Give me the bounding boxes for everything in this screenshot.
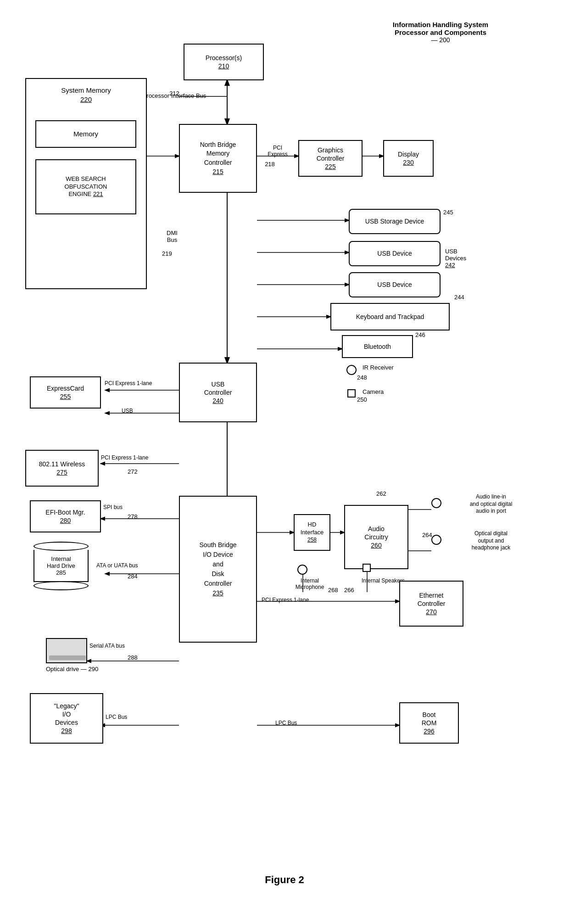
camera-ref: 250 bbox=[357, 396, 367, 403]
north-bridge-box: North Bridge Memory Controller 215 bbox=[179, 124, 257, 193]
usb-storage-device-box: USB Storage Device bbox=[349, 209, 441, 234]
serial-ata-label: Serial ATA bus bbox=[89, 643, 125, 649]
cylinder-top bbox=[33, 542, 89, 551]
hd-interface-box: HD Interface 258 bbox=[294, 514, 330, 551]
pci-1lane-wireless-label: PCI Express 1-lane bbox=[101, 454, 148, 461]
ref-284: 284 bbox=[128, 573, 138, 580]
optical-drive-shape bbox=[46, 638, 87, 663]
web-search-box: WEB SEARCH OBFUSCATION ENGINE 221 bbox=[35, 159, 136, 214]
usb-device1-box: USB Device bbox=[349, 241, 441, 266]
camera-icon bbox=[347, 389, 356, 398]
internal-hdd-cylinder: Internal Hard Drive 285 bbox=[33, 542, 89, 590]
processor-box: Processor(s) 210 bbox=[184, 44, 264, 80]
internal-mic-icon bbox=[297, 565, 307, 575]
ref-278: 278 bbox=[128, 513, 138, 520]
ir-receiver-label: IR Receiver bbox=[363, 364, 394, 371]
diagram-container: Information Handling System Processor an… bbox=[0, 0, 569, 900]
lpc-bus-right-label: LPC Bus bbox=[275, 720, 297, 726]
optical-digital-label: Optical digital output and headphone jac… bbox=[445, 530, 537, 552]
internal-mic-label: Internal Microphone bbox=[287, 577, 333, 590]
display-box: Display 230 bbox=[383, 140, 434, 177]
optical-digital-icon bbox=[431, 535, 441, 545]
boot-rom-box: Boot ROM 296 bbox=[399, 702, 459, 744]
bluetooth-ref: 246 bbox=[415, 331, 425, 338]
efi-boot-box: EFI-Boot Mgr. 280 bbox=[30, 500, 101, 532]
lpc-bus-left-label: LPC Bus bbox=[106, 714, 127, 720]
ref-212: 212 bbox=[167, 90, 181, 97]
ref-268: 268 bbox=[328, 587, 338, 594]
bluetooth-box: Bluetooth bbox=[342, 335, 413, 358]
keyboard-trackpad-box: Keyboard and Trackpad bbox=[330, 303, 450, 330]
internal-speakers-icon bbox=[363, 564, 371, 572]
ref-288: 288 bbox=[128, 654, 138, 661]
header-title: Information Handling System Processor an… bbox=[376, 21, 505, 44]
ref-266: 266 bbox=[344, 587, 354, 594]
usb-device2-box: USB Device bbox=[349, 272, 441, 297]
dmi-bus-label: DMIBus bbox=[156, 230, 188, 243]
wireless-box: 802.11 Wireless 275 bbox=[25, 450, 99, 487]
ir-receiver-icon bbox=[346, 365, 357, 375]
pci-express-label: PCIExpress bbox=[259, 145, 296, 157]
cylinder-bottom bbox=[33, 581, 89, 590]
south-bridge-box: South Bridge I/O Device and Disk Control… bbox=[179, 496, 257, 643]
audio-circuitry-box: Audio Circuitry 260 bbox=[344, 505, 408, 569]
camera-label: Camera bbox=[363, 388, 384, 395]
usb-controller-box: USB Controller 240 bbox=[179, 363, 257, 422]
audio-line-in-label: Audio line-in and optical digital audio … bbox=[445, 493, 537, 515]
audio-line-in-icon bbox=[431, 498, 441, 508]
ref-218: 218 bbox=[261, 161, 279, 168]
ref-264: 264 bbox=[422, 532, 432, 538]
system-memory-box: System Memory 220 Memory WEB SEARCH OBFU… bbox=[25, 78, 147, 289]
spi-bus-label: SPI bus bbox=[103, 504, 123, 510]
usb-express-label: USB bbox=[122, 408, 133, 414]
pci-1lane-express-label: PCI Express 1-lane bbox=[105, 380, 152, 386]
cylinder-body: Internal Hard Drive 285 bbox=[33, 550, 89, 582]
ata-uata-label: ATA or UATA bus bbox=[96, 562, 138, 569]
usb-storage-ref: 245 bbox=[443, 209, 453, 216]
keyboard-ref: 244 bbox=[454, 294, 464, 301]
ethernet-controller-box: Ethernet Controller 270 bbox=[399, 581, 463, 627]
graphics-controller-box: Graphics Controller 225 bbox=[298, 140, 363, 177]
legacy-io-box: "Legacy" I/O Devices 298 bbox=[30, 693, 103, 744]
figure-caption: Figure 2 bbox=[0, 874, 569, 886]
usb-devices-label: USB Devices 242 bbox=[445, 248, 466, 269]
expresscard-box: ExpressCard 255 bbox=[30, 376, 101, 409]
memory-inner-box: Memory bbox=[35, 120, 136, 148]
ref-219: 219 bbox=[162, 250, 172, 257]
pci-1lane-eth-label: PCI Express 1-lane bbox=[262, 597, 309, 603]
ref-262: 262 bbox=[376, 490, 386, 497]
ref-272: 272 bbox=[128, 468, 138, 475]
optical-drive-label: Optical drive — 290 bbox=[46, 666, 98, 672]
ir-receiver-ref: 248 bbox=[357, 374, 367, 381]
